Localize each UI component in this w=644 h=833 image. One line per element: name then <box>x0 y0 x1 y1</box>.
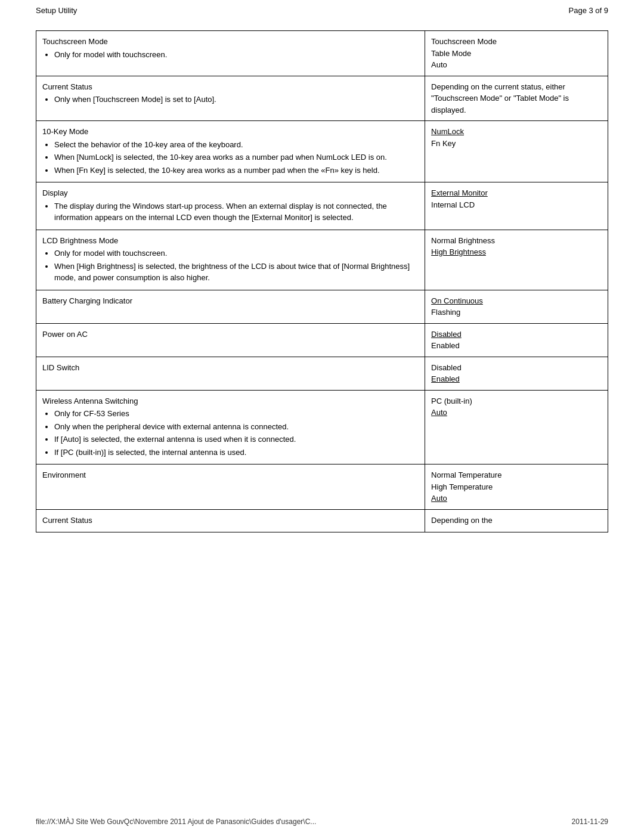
header-left: Setup Utility <box>36 6 77 15</box>
right-option: Disabled <box>431 362 602 374</box>
right-cell: DisabledEnabled <box>425 323 608 357</box>
footer-date: 2011-11-29 <box>572 817 608 826</box>
bullet-list: The display during the Windows start-up … <box>54 200 419 224</box>
bullet-list: Select the behavior of the 10-key area o… <box>54 139 419 176</box>
list-item: When [Fn Key] is selected, the 10-key ar… <box>54 165 419 176</box>
bullet-list: Only for model with touchscreen.When [Hi… <box>54 247 419 284</box>
left-cell: Current Status <box>36 509 425 532</box>
right-option: On Continuous <box>431 295 602 307</box>
right-option: PC (built-in) <box>431 395 602 407</box>
right-option: External Monitor <box>431 187 602 199</box>
table-row: 10-Key ModeSelect the behavior of the 10… <box>36 121 608 182</box>
right-option: Disabled <box>431 329 602 340</box>
right-cell: Normal TemperatureHigh TemperatureAuto <box>425 465 608 510</box>
left-cell: Battery Charging Indicator <box>36 290 425 323</box>
right-option: Flashing <box>431 306 602 318</box>
table-row: EnvironmentNormal TemperatureHigh Temper… <box>36 465 608 510</box>
list-item: Only for model with touchscreen. <box>54 247 419 259</box>
cell-title: Environment <box>42 469 419 481</box>
right-cell: On ContinuousFlashing <box>425 290 608 323</box>
cell-title: 10-Key Mode <box>42 126 419 138</box>
right-cell: DisabledEnabled <box>425 357 608 390</box>
table-row: Battery Charging IndicatorOn ContinuousF… <box>36 290 608 323</box>
cell-title: Touchscreen Mode <box>42 36 419 48</box>
right-cell: Depending on the current status, either … <box>425 76 608 121</box>
header-right: Page 3 of 9 <box>569 6 609 15</box>
right-cell: Depending on the <box>425 509 608 532</box>
cell-title: Current Status <box>42 81 419 93</box>
list-item: When [High Brightness] is selected, the … <box>54 261 419 284</box>
table-row: Current StatusDepending on the <box>36 509 608 532</box>
footer-path: file://X:\MÀJ Site Web GouvQc\Novembre 2… <box>36 817 316 826</box>
list-item: Only when the peripheral device with ext… <box>54 421 419 433</box>
right-option: Touchscreen Mode <box>431 36 602 48</box>
cell-title: Display <box>42 187 419 199</box>
right-option: High Temperature <box>431 481 602 493</box>
left-cell: LCD Brightness ModeOnly for model with t… <box>36 230 425 290</box>
left-cell: LID Switch <box>36 357 425 390</box>
table-row: Wireless Antenna SwitchingOnly for CF-53… <box>36 390 608 465</box>
right-text: Depending on the current status, either … <box>431 82 569 114</box>
right-option: Internal LCD <box>431 199 602 211</box>
list-item: If [PC (built-in)] is selected, the inte… <box>54 447 419 459</box>
right-cell: Touchscreen ModeTable ModeAuto <box>425 31 608 76</box>
cell-title: Wireless Antenna Switching <box>42 395 419 407</box>
left-cell: Environment <box>36 465 425 510</box>
cell-title: LCD Brightness Mode <box>42 235 419 247</box>
right-option: NumLock <box>431 126 602 138</box>
cell-title: Power on AC <box>42 329 419 340</box>
table-row: LID SwitchDisabledEnabled <box>36 357 608 390</box>
table-row: Current StatusOnly when [Touchscreen Mod… <box>36 76 608 121</box>
list-item: When [NumLock] is selected, the 10-key a… <box>54 151 419 163</box>
left-cell: Power on AC <box>36 323 425 357</box>
right-cell: NumLockFn Key <box>425 121 608 182</box>
left-cell: DisplayThe display during the Windows st… <box>36 182 425 230</box>
table-row: DisplayThe display during the Windows st… <box>36 182 608 230</box>
right-option: Fn Key <box>431 138 602 150</box>
list-item: Only for model with touchscreen. <box>54 49 419 61</box>
bullet-list: Only for model with touchscreen. <box>54 49 419 61</box>
right-option: Enabled <box>431 373 602 385</box>
list-item: The display during the Windows start-up … <box>54 200 419 224</box>
right-cell: External MonitorInternal LCD <box>425 182 608 230</box>
right-cell: Normal BrightnessHigh Brightness <box>425 230 608 290</box>
right-option: Auto <box>431 59 602 71</box>
right-option: Enabled <box>431 340 602 352</box>
cell-title: LID Switch <box>42 362 419 374</box>
left-cell: 10-Key ModeSelect the behavior of the 10… <box>36 121 425 182</box>
right-option: Auto <box>431 407 602 419</box>
left-cell: Touchscreen ModeOnly for model with touc… <box>36 31 425 76</box>
left-cell: Wireless Antenna SwitchingOnly for CF-53… <box>36 390 425 465</box>
right-option: Auto <box>431 493 602 504</box>
left-cell: Current StatusOnly when [Touchscreen Mod… <box>36 76 425 121</box>
table-row: Power on ACDisabledEnabled <box>36 323 608 357</box>
table-row: LCD Brightness ModeOnly for model with t… <box>36 230 608 290</box>
bullet-list: Only for CF-53 SeriesOnly when the perip… <box>54 408 419 458</box>
list-item: Only for CF-53 Series <box>54 408 419 420</box>
right-option: Normal Temperature <box>431 469 602 481</box>
right-option: Depending on the <box>431 515 602 527</box>
right-option: High Brightness <box>431 246 602 258</box>
cell-title: Current Status <box>42 515 419 527</box>
main-table: Touchscreen ModeOnly for model with touc… <box>36 30 608 532</box>
bullet-list: Only when [Touchscreen Mode] is set to [… <box>54 94 419 106</box>
list-item: Select the behavior of the 10-key area o… <box>54 139 419 151</box>
right-option: Normal Brightness <box>431 235 602 247</box>
cell-title: Battery Charging Indicator <box>42 295 419 307</box>
table-row: Touchscreen ModeOnly for model with touc… <box>36 31 608 76</box>
list-item: If [Auto] is selected, the external ante… <box>54 433 419 445</box>
right-cell: PC (built-in)Auto <box>425 390 608 465</box>
list-item: Only when [Touchscreen Mode] is set to [… <box>54 94 419 106</box>
right-option: Table Mode <box>431 48 602 60</box>
